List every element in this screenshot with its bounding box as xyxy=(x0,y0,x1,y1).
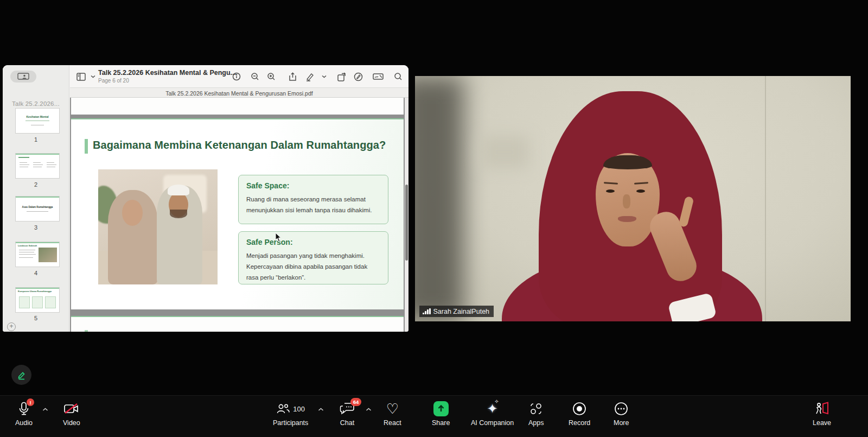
share-export-button[interactable] xyxy=(287,71,298,82)
speaker-eye xyxy=(636,189,645,193)
speaker-video-tile[interactable]: Sarah ZainalPuteh xyxy=(415,76,851,321)
zoom-out-icon xyxy=(251,72,259,81)
pdf-filename: Talk 25.2.2026 Kesihatan Mental & Pengur… xyxy=(165,90,312,97)
safe-person-heading: Safe Person: xyxy=(246,238,380,246)
mouse-cursor xyxy=(275,232,282,242)
rotate-icon xyxy=(337,72,346,81)
video-background-smudge xyxy=(480,136,529,168)
video-background-line xyxy=(765,76,766,321)
audio-label: Audio xyxy=(15,419,33,427)
highlight-chevron-icon[interactable] xyxy=(318,71,329,82)
current-slide-page: Bagaimana Membina Ketenangan Dalam Rumah… xyxy=(71,118,404,309)
participants-count: 100 xyxy=(293,405,305,413)
info-button[interactable] xyxy=(231,71,242,82)
safe-space-body: Ruang di mana seseorang merasa selamat m… xyxy=(246,194,380,216)
pdf-thumbnail-sidebar: Talk 25.2.2026... Kesihatan Mental 1 xyxy=(3,65,69,332)
slide-title: Bagaimana Membina Ketenangan Dalam Rumah… xyxy=(93,139,386,151)
apps-icon xyxy=(529,402,542,415)
more-button[interactable]: More xyxy=(614,400,629,427)
search-button[interactable] xyxy=(393,71,404,82)
leave-button[interactable]: Leave xyxy=(813,400,831,427)
chat-unread-badge: 64 xyxy=(350,398,361,406)
thumbnail-number: 5 xyxy=(3,315,69,321)
chat-label: Chat xyxy=(340,419,354,427)
sidebar-document-label: Talk 25.2.2026... xyxy=(3,100,69,107)
add-page-button[interactable]: + xyxy=(7,322,16,331)
react-button[interactable]: ♡ React xyxy=(384,400,401,427)
shared-screen-pdf-window: Talk 25.2.2026... Kesihatan Mental 1 xyxy=(3,65,409,332)
slide-thumbnail-3[interactable]: Asas Dalam Rumahtangga xyxy=(16,197,59,221)
pdf-document-canvas[interactable]: Bagaimana Membina Ketenangan Dalam Rumah… xyxy=(70,98,405,332)
safe-person-box: Safe Person: Menjadi pasangan yang tidak… xyxy=(238,231,388,284)
record-button[interactable]: Record xyxy=(569,400,590,427)
annotate-button[interactable] xyxy=(11,365,31,385)
share-button[interactable]: Share xyxy=(432,400,450,427)
speaker-nose xyxy=(623,194,630,208)
sign-button[interactable] xyxy=(353,71,363,82)
slide-thumbnail-4[interactable]: Landasan Sakinah xyxy=(16,242,59,267)
participants-options-caret[interactable] xyxy=(318,408,324,411)
participants-label: Participants xyxy=(273,419,308,427)
chat-options-caret[interactable] xyxy=(366,408,372,411)
next-slide-accent-bar xyxy=(85,330,88,332)
pdf-filename-tab[interactable]: Talk 25.2.2026 Kesihatan Mental & Pengur… xyxy=(70,87,409,98)
markup-fields-button[interactable] xyxy=(373,71,384,82)
highlighter-icon xyxy=(305,72,315,81)
plus-icon: + xyxy=(9,322,13,330)
audio-level-icon xyxy=(423,308,431,314)
pdf-document-title: Talk 25.2.2026 Kesihatan Mental & Pengu.… xyxy=(98,69,236,77)
speaker-hairline xyxy=(603,155,652,169)
pdf-scrollbar[interactable] xyxy=(405,98,409,332)
pdf-scrollbar-thumb[interactable] xyxy=(405,185,408,261)
slide-thumbnail-1[interactable]: Kesihatan Mental xyxy=(16,109,59,133)
apps-label: Apps xyxy=(528,419,544,427)
highlight-button[interactable] xyxy=(304,71,315,82)
thumbnail-number: 2 xyxy=(3,181,69,188)
zoom-out-button[interactable] xyxy=(250,71,260,82)
sparkle-small-icon: ✧ xyxy=(494,398,499,404)
video-button[interactable]: Video xyxy=(63,400,80,427)
pencil-icon xyxy=(17,370,27,380)
info-icon xyxy=(232,72,241,81)
apps-button[interactable]: Apps xyxy=(528,400,544,427)
signature-icon xyxy=(354,72,363,81)
rotate-button[interactable] xyxy=(336,71,347,82)
audio-button[interactable]: ! Audio xyxy=(15,400,33,427)
pdf-main-pane: Talk 25.2.2026 Kesihatan Mental & Pengu.… xyxy=(70,65,409,332)
safe-space-box: Safe Space: Ruang di mana seseorang mera… xyxy=(238,175,388,224)
sidebar-icon xyxy=(76,73,86,81)
chat-button[interactable]: 64 Chat xyxy=(340,400,355,427)
speaker-lips xyxy=(618,216,636,222)
react-label: React xyxy=(384,419,401,427)
sidebar-toggle-button[interactable] xyxy=(75,71,86,82)
participants-button[interactable]: 100 Participants xyxy=(273,400,308,427)
slide-thumbnail-5[interactable]: Komponen Utama Rumahtangga xyxy=(16,288,59,312)
speaker-eye xyxy=(606,189,615,193)
zoom-in-button[interactable] xyxy=(266,71,277,82)
pdf-toolbar: Talk 25.2.2026 Kesihatan Mental & Pengu.… xyxy=(70,65,409,87)
thumbnail-number: 3 xyxy=(3,224,69,231)
heart-icon: ♡ xyxy=(386,402,399,416)
leave-door-icon xyxy=(814,402,830,416)
more-label: More xyxy=(614,419,629,427)
audio-alert-badge: ! xyxy=(27,398,34,406)
couple-photo xyxy=(98,169,218,284)
safe-person-body: Menjadi pasangan yang tidak menghakimi. … xyxy=(246,250,380,283)
slide-thumbnail-2[interactable] xyxy=(16,154,59,178)
slide-title-accent-bar xyxy=(85,139,88,154)
leave-label: Leave xyxy=(813,419,831,427)
video-camera-off-icon xyxy=(63,402,80,415)
pdf-page-indicator: Page 6 of 20 xyxy=(98,78,129,84)
thumbnail-number: 4 xyxy=(3,270,69,276)
ai-companion-label: AI Companion xyxy=(471,419,514,427)
previous-page-fragment xyxy=(71,98,404,115)
screen-share-indicator-button[interactable] xyxy=(10,71,36,83)
sidebar-chevron-icon[interactable] xyxy=(87,71,98,82)
share-label: Share xyxy=(432,419,450,427)
ai-companion-button[interactable]: ✦ ✧ AI Companion xyxy=(471,400,514,427)
audio-options-caret[interactable] xyxy=(42,408,48,411)
kufi-cap xyxy=(168,185,189,195)
more-icon xyxy=(614,402,628,416)
participants-icon xyxy=(276,402,290,415)
record-label: Record xyxy=(569,419,590,427)
